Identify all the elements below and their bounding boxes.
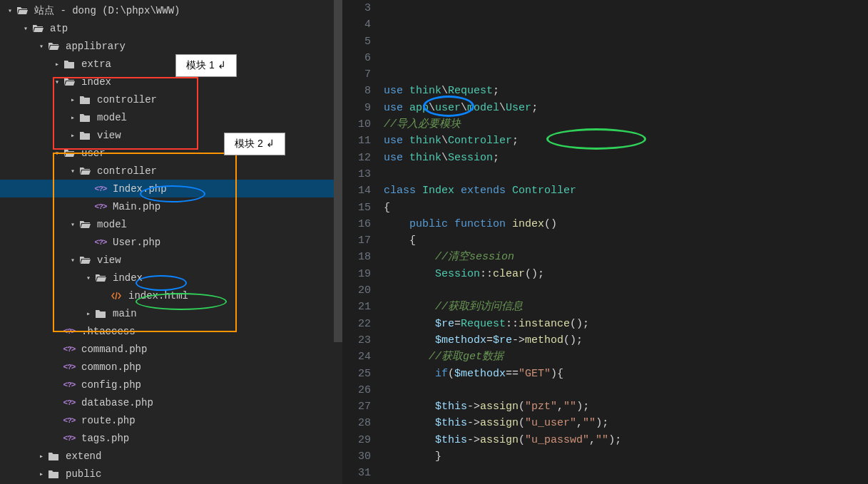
line-number: 7 — [342, 66, 371, 83]
folder-open-icon — [47, 40, 60, 53]
code-line[interactable]: else if($methodx=="POST"){ — [384, 482, 868, 484]
tree-item-public[interactable]: ▸public — [0, 465, 342, 483]
tree-item-controller[interactable]: ▾controller — [0, 162, 342, 180]
folder-icon — [78, 111, 91, 124]
php-file-icon: <?> — [63, 396, 76, 409]
tree-item-user-php[interactable]: ▸<?>User.php — [0, 233, 342, 251]
code-line[interactable] — [384, 465, 868, 481]
tree-item-main-php[interactable]: ▸<?>Main.php — [0, 197, 342, 215]
tree-item-index[interactable]: ▾index — [0, 269, 342, 287]
chevron-down-icon: ▾ — [67, 254, 78, 266]
code-line[interactable]: { — [384, 232, 868, 249]
tree-item-index[interactable]: ▾index — [0, 73, 342, 91]
tree-item-route-php[interactable]: ▸<?>route.php — [0, 411, 342, 429]
php-file-icon: <?> — [63, 432, 76, 445]
tree-item-label: public — [66, 468, 101, 480]
line-number: 4 — [342, 16, 371, 33]
code-line[interactable]: //清空session — [384, 249, 868, 265]
folder-open-icon — [78, 254, 91, 267]
tree-item-user[interactable]: ▾user — [0, 144, 342, 162]
code-editor[interactable]: 3456789101112131415161718192021222324252… — [342, 0, 868, 484]
code-line[interactable]: //获取get数据 — [384, 349, 868, 365]
tree-item-config-php[interactable]: ▸<?>config.php — [0, 376, 342, 393]
tree-item-label: index — [113, 272, 143, 284]
folder-open-icon — [63, 76, 76, 88]
code-line[interactable]: if($methodx=="GET"){ — [384, 366, 868, 382]
tree-item--dong-d-phpx-www-[interactable]: ▾站点 - dong (D:\phpx\WWW) — [0, 1, 342, 19]
code-line[interactable]: class Index extends Controller — [384, 182, 868, 199]
tree-item-label: user — [81, 148, 106, 159]
chevron-down-icon: ▾ — [51, 76, 63, 88]
line-number: 15 — [342, 200, 371, 216]
line-number: 30 — [342, 448, 371, 465]
code-content[interactable]: use think\Request;use app\user\model\Use… — [384, 0, 868, 484]
code-line[interactable]: } — [384, 448, 868, 465]
code-line[interactable]: public function index() — [384, 216, 868, 232]
tree-item--htaccess[interactable]: ▸<?>.htaccess — [0, 322, 342, 340]
tree-item-model[interactable]: ▾model — [0, 215, 342, 233]
chevron-down-icon: ▾ — [51, 148, 63, 159]
code-line[interactable]: //获取到访问信息 — [384, 299, 868, 315]
code-line[interactable]: use think\Request; — [384, 83, 868, 99]
code-line[interactable]: //导入必要模块 — [384, 116, 868, 133]
line-number: 22 — [342, 316, 371, 332]
file-explorer[interactable]: ▾站点 - dong (D:\phpx\WWW)▾atp▾applibrary▸… — [0, 0, 342, 484]
line-number: 18 — [342, 249, 371, 265]
tree-item-extra[interactable]: ▸extra — [0, 55, 342, 73]
tree-item-controller[interactable]: ▸controller — [0, 91, 342, 108]
sidebar-scrollbar[interactable] — [334, 0, 342, 484]
code-line[interactable]: use app\user\model\User; — [384, 100, 868, 116]
code-line[interactable]: $this->assign("u_passwd",""); — [384, 432, 868, 448]
line-number-gutter: 3456789101112131415161718192021222324252… — [342, 0, 384, 484]
tree-item-view[interactable]: ▸view — [0, 126, 342, 144]
code-line[interactable]: Session::clear(); — [384, 266, 868, 282]
tree-item-label: atp — [50, 23, 68, 34]
tree-item-database-php[interactable]: ▸<?>database.php — [0, 393, 342, 411]
php-file-icon: <?> — [94, 200, 107, 213]
tree-item-index-php[interactable]: ▸<?>Index.php — [0, 180, 342, 197]
line-number: 25 — [342, 366, 371, 382]
tree-item-label: common.php — [81, 361, 141, 373]
php-file-icon: <?> — [63, 361, 76, 374]
tree-item-label: 站点 - dong (D:\phpx\WWW) — [34, 4, 180, 17]
tree-item-label: database.php — [81, 397, 153, 408]
tree-item-index-html[interactable]: ▸index.html — [0, 287, 342, 304]
php-file-icon: <?> — [94, 236, 107, 249]
chevron-right-icon: ▸ — [67, 130, 78, 141]
tree-item-command-php[interactable]: ▸<?>command.php — [0, 340, 342, 358]
php-file-icon: <?> — [63, 414, 76, 427]
chevron-down-icon: ▾ — [36, 41, 47, 52]
tree-item-view[interactable]: ▾view — [0, 251, 342, 269]
tree-item-common-php[interactable]: ▸<?>common.php — [0, 358, 342, 376]
code-line[interactable]: $re=Request::instance(); — [384, 316, 868, 332]
line-number: 17 — [342, 232, 371, 249]
code-line[interactable]: { — [384, 200, 868, 216]
chevron-right-icon: ▸ — [67, 94, 78, 105]
tree-item-applibrary[interactable]: ▾applibrary — [0, 37, 342, 55]
line-number: 27 — [342, 398, 371, 415]
code-line[interactable] — [384, 282, 868, 299]
tree-item-label: .htaccess — [81, 326, 136, 337]
folder-open-icon — [94, 272, 107, 284]
line-number: 12 — [342, 150, 371, 166]
code-line[interactable]: $methodx=$re->method(); — [384, 332, 868, 349]
code-line[interactable]: $this->assign("pzt",""); — [384, 398, 868, 415]
tree-item-label: index.html — [128, 290, 188, 302]
code-line[interactable]: use think\Session; — [384, 150, 868, 166]
line-number: 24 — [342, 349, 371, 365]
tree-item-model[interactable]: ▸model — [0, 108, 342, 126]
tree-item-atp[interactable]: ▾atp — [0, 19, 342, 37]
tree-item-label: User.php — [113, 237, 160, 248]
folder-open-icon — [78, 218, 91, 231]
code-line[interactable]: use think\Controller; — [384, 133, 868, 149]
code-line[interactable]: $this->assign("u_user",""); — [384, 415, 868, 431]
tree-item-tags-php[interactable]: ▸<?>tags.php — [0, 429, 342, 447]
tree-item-label: applibrary — [66, 41, 126, 52]
code-line[interactable] — [384, 166, 868, 182]
folder-icon — [78, 129, 91, 142]
code-line[interactable] — [384, 382, 868, 398]
tree-item-label: index — [81, 76, 111, 88]
tree-item-label: extra — [81, 58, 111, 70]
tree-item-main[interactable]: ▸main — [0, 304, 342, 322]
tree-item-extend[interactable]: ▸extend — [0, 447, 342, 465]
